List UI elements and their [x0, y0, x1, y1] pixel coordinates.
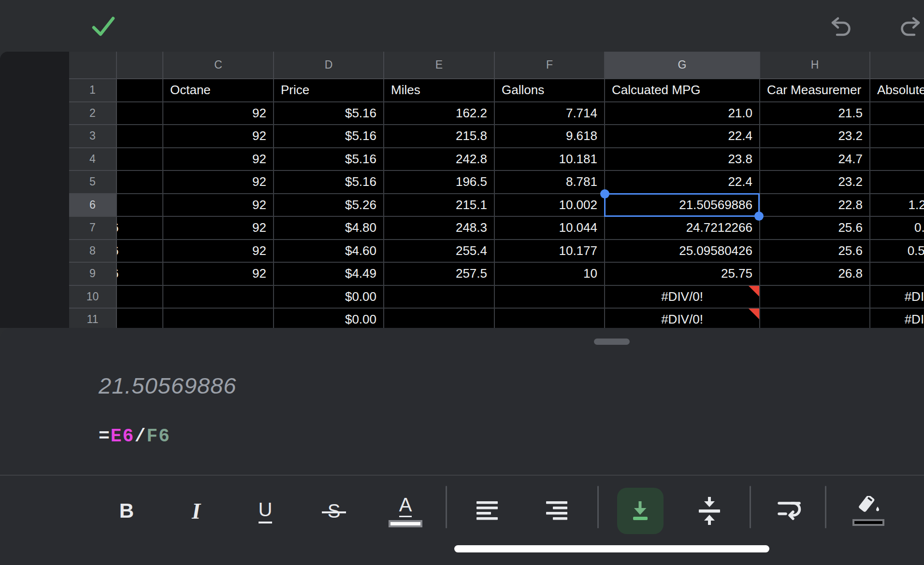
italic-button[interactable]: I	[176, 488, 217, 534]
cell-C8[interactable]: 92	[163, 240, 274, 263]
column-header-B[interactable]	[117, 52, 163, 79]
cell-B11[interactable]	[117, 309, 163, 328]
row-header-1[interactable]: 1	[69, 79, 117, 102]
cell-B9[interactable]: 6	[117, 263, 163, 286]
panel-drag-handle[interactable]	[594, 339, 630, 345]
undo-button[interactable]	[827, 14, 854, 41]
cell-F6[interactable]: 10.002	[495, 194, 605, 217]
cell-G2[interactable]: 21.0	[605, 102, 760, 126]
cell-I9[interactable]	[870, 263, 924, 286]
cell-C1[interactable]: Octane	[163, 79, 274, 102]
cell-E3[interactable]: 215.8	[384, 125, 495, 148]
cell-D1[interactable]: Price	[274, 79, 384, 102]
cell-G8[interactable]: 25.09580426	[605, 240, 760, 263]
cell-G5[interactable]: 22.4	[605, 171, 760, 194]
cell-E9[interactable]: 257.5	[384, 263, 495, 286]
cell-D11[interactable]: $0.00	[274, 309, 384, 328]
cell-F1[interactable]: Gallons	[495, 79, 605, 102]
align-left-button[interactable]	[467, 488, 508, 534]
cell-G7[interactable]: 24.7212266	[605, 217, 760, 240]
cell-D8[interactable]: $4.60	[274, 240, 384, 263]
cell-C11[interactable]	[163, 309, 274, 328]
cell-C6[interactable]: 92	[163, 194, 274, 217]
cell-F9[interactable]: 10	[495, 263, 605, 286]
cell-I5[interactable]	[870, 171, 924, 194]
cell-H9[interactable]: 26.8	[760, 263, 870, 286]
selection-handle-bottom-right[interactable]	[754, 212, 764, 221]
cell-I1[interactable]: Absolute	[870, 79, 924, 102]
row-header-10[interactable]: 10	[69, 286, 117, 309]
cell-B8[interactable]: 6	[117, 240, 163, 263]
cell-E4[interactable]: 242.8	[384, 148, 495, 171]
cell-C10[interactable]	[163, 286, 274, 309]
cell-H3[interactable]: 23.2	[760, 125, 870, 148]
cell-G3[interactable]: 22.4	[605, 125, 760, 148]
selection-handle-top-left[interactable]	[600, 189, 609, 198]
cell-H8[interactable]: 25.6	[760, 240, 870, 263]
valign-bottom-button[interactable]	[620, 488, 661, 534]
valign-center-button[interactable]	[689, 488, 730, 534]
cell-D7[interactable]: $4.80	[274, 217, 384, 240]
cell-B3[interactable]	[117, 125, 163, 148]
cell-D5[interactable]: $5.16	[274, 171, 384, 194]
cell-G4[interactable]: 23.8	[605, 148, 760, 171]
text-color-button[interactable]: A	[385, 488, 426, 534]
cell-B7[interactable]: 6	[117, 217, 163, 240]
cell-F4[interactable]: 10.181	[495, 148, 605, 171]
cell-I8[interactable]: 0.50419574	[870, 240, 924, 263]
column-header-G[interactable]: G	[605, 52, 760, 79]
column-header-C[interactable]: C	[163, 52, 274, 79]
cell-D6[interactable]: $5.26	[274, 194, 384, 217]
cell-H11[interactable]	[760, 309, 870, 328]
bold-button[interactable]: B	[106, 488, 147, 534]
corner-header[interactable]	[69, 52, 117, 79]
cell-C9[interactable]: 92	[163, 263, 274, 286]
redo-button[interactable]	[897, 14, 924, 41]
cell-H10[interactable]	[760, 286, 870, 309]
cell-G1[interactable]: Calcuated MPG	[605, 79, 760, 102]
cell-E11[interactable]	[384, 309, 495, 328]
row-header-11[interactable]: 11	[69, 309, 117, 328]
fill-color-button[interactable]	[848, 488, 889, 534]
formula-display[interactable]: =E6/F6	[99, 426, 171, 447]
column-header-D[interactable]: D	[274, 52, 384, 79]
column-header-F[interactable]: F	[495, 52, 605, 79]
row-header-7[interactable]: 7	[69, 217, 117, 240]
cell-C4[interactable]: 92	[163, 148, 274, 171]
cell-I2[interactable]	[870, 102, 924, 126]
cell-F2[interactable]: 7.714	[495, 102, 605, 126]
text-wrap-button[interactable]	[769, 488, 809, 534]
cell-B10[interactable]	[117, 286, 163, 309]
cell-B1[interactable]	[117, 79, 163, 102]
cell-I7[interactable]: 0.8787734	[870, 217, 924, 240]
align-right-button[interactable]	[537, 488, 578, 534]
cell-E1[interactable]: Miles	[384, 79, 495, 102]
cell-D9[interactable]: $4.49	[274, 263, 384, 286]
cell-D4[interactable]: $5.16	[274, 148, 384, 171]
cell-I10[interactable]: #DIV/0!	[870, 286, 924, 309]
row-header-3[interactable]: 3	[69, 125, 117, 148]
cell-G11[interactable]: #DIV/0!	[605, 309, 760, 328]
cell-C5[interactable]: 92	[163, 171, 274, 194]
cell-E8[interactable]: 255.4	[384, 240, 495, 263]
selection-box-G6[interactable]	[604, 193, 760, 217]
cell-H1[interactable]: Car Measuremer	[760, 79, 870, 102]
cell-H5[interactable]: 23.2	[760, 171, 870, 194]
cell-F5[interactable]: 8.781	[495, 171, 605, 194]
row-header-4[interactable]: 4	[69, 148, 117, 171]
done-button[interactable]	[90, 14, 117, 41]
cell-F8[interactable]: 10.177	[495, 240, 605, 263]
cell-D3[interactable]: $5.16	[274, 125, 384, 148]
cell-H6[interactable]: 22.8	[760, 194, 870, 217]
cell-G10[interactable]: #DIV/0!	[605, 286, 760, 309]
cell-I6[interactable]: 1.29430114	[870, 194, 924, 217]
row-header-2[interactable]: 2	[69, 102, 117, 126]
cell-F10[interactable]	[495, 286, 605, 309]
cell-H4[interactable]: 24.7	[760, 148, 870, 171]
cell-C3[interactable]: 92	[163, 125, 274, 148]
cell-E6[interactable]: 215.1	[384, 194, 495, 217]
strikethrough-button[interactable]: S	[314, 488, 354, 534]
cell-F11[interactable]	[495, 309, 605, 328]
cell-G9[interactable]: 25.75	[605, 263, 760, 286]
cell-E5[interactable]: 196.5	[384, 171, 495, 194]
